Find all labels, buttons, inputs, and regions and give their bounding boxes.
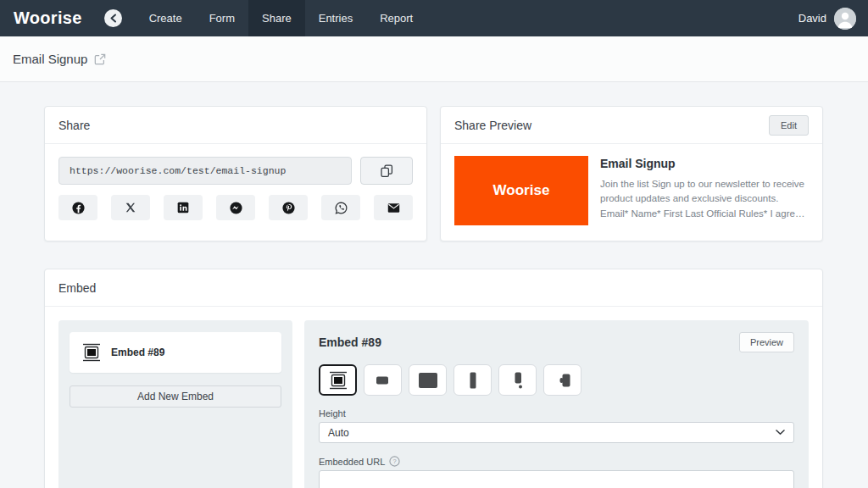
side-panel-embed-icon	[463, 370, 483, 391]
embedded-url-label: Embedded URL	[319, 457, 385, 467]
embed-list-item[interactable]: Embed #89	[70, 332, 281, 373]
embed-list-sidebar: Embed #89 Add New Embed	[58, 320, 292, 488]
linkedin-icon	[176, 201, 190, 214]
height-select-value: Auto	[328, 427, 349, 439]
embed-inline-icon	[81, 342, 102, 363]
nav-item-create[interactable]: Create	[136, 0, 196, 36]
social-share-row	[58, 195, 413, 220]
embed-card: Embed Embed #89 Add New Embed Embed #89 …	[44, 269, 823, 488]
share-messenger-button[interactable]	[216, 195, 255, 220]
nav-item-entries[interactable]: Entries	[305, 0, 366, 36]
preview-image: Woorise	[454, 156, 588, 225]
share-email-button[interactable]	[374, 195, 413, 220]
preview-embed-button[interactable]: Preview	[739, 332, 794, 352]
share-card: Share	[44, 106, 427, 241]
envelope-icon	[387, 201, 401, 215]
preview-description: Join the list Sign up to our newsletter …	[600, 177, 809, 221]
share-x-button[interactable]	[111, 195, 150, 220]
share-url-input[interactable]	[58, 157, 352, 185]
preview-heading: Email Signup	[600, 157, 809, 170]
height-select[interactable]: Auto	[319, 422, 794, 443]
share-card-title: Share	[58, 119, 90, 132]
share-pinterest-button[interactable]	[269, 195, 308, 220]
add-new-embed-button[interactable]: Add New Embed	[70, 385, 281, 408]
embed-type-popup-button[interactable]	[364, 364, 402, 396]
x-twitter-icon	[124, 201, 137, 214]
help-icon[interactable]: ?	[389, 456, 400, 467]
user-name[interactable]: David	[798, 12, 826, 25]
preview-brand-logo: Woorise	[493, 182, 550, 199]
copy-icon	[380, 164, 393, 178]
edit-preview-button[interactable]: Edit	[769, 115, 809, 136]
embedded-url-input[interactable]	[319, 470, 794, 488]
popup-embed-icon	[373, 370, 393, 391]
person-icon	[834, 8, 856, 30]
share-linkedin-button[interactable]	[164, 195, 203, 220]
copy-url-button[interactable]	[360, 157, 413, 185]
embed-type-side-tab-button[interactable]	[543, 364, 581, 396]
embed-type-side-panel-button[interactable]	[453, 364, 492, 396]
page-title: Email Signup	[13, 52, 87, 66]
embed-detail-panel: Embed #89 Preview	[304, 320, 809, 488]
facebook-icon	[71, 201, 86, 215]
inline-embed-icon	[328, 370, 348, 391]
embed-type-fullscreen-button[interactable]	[409, 364, 447, 396]
floating-widget-embed-icon	[508, 370, 528, 391]
share-facebook-button[interactable]	[58, 195, 97, 220]
svg-text:?: ?	[393, 458, 397, 465]
avatar[interactable]	[834, 8, 856, 30]
fullscreen-embed-icon	[417, 370, 439, 391]
height-label: Height	[319, 408, 794, 419]
back-button[interactable]	[104, 9, 122, 27]
nav-item-form[interactable]: Form	[196, 0, 248, 36]
embed-type-inline-button[interactable]	[319, 364, 357, 396]
side-tab-embed-icon	[553, 370, 573, 391]
page-header: Email Signup	[0, 36, 868, 82]
top-navbar: Woorise Create Form Share Entries Report…	[0, 0, 868, 36]
embed-card-title: Embed	[58, 281, 96, 295]
nav-item-share[interactable]: Share	[248, 0, 305, 36]
whatsapp-icon	[334, 201, 348, 215]
pinterest-icon	[281, 201, 296, 215]
woorise-logo[interactable]: Woorise	[14, 8, 82, 28]
share-whatsapp-button[interactable]	[321, 195, 360, 220]
share-preview-title: Share Preview	[454, 119, 531, 132]
share-preview-card: Share Preview Edit Woorise Email Signup …	[440, 106, 823, 241]
nav-item-report[interactable]: Report	[366, 0, 426, 36]
messenger-icon	[229, 201, 243, 215]
external-link-icon[interactable]	[94, 53, 106, 65]
chevron-down-icon	[776, 430, 785, 435]
chevron-left-icon	[109, 14, 117, 23]
embed-type-selector	[319, 364, 794, 396]
embed-list-item-label: Embed #89	[111, 347, 164, 358]
embed-detail-title: Embed #89	[319, 336, 381, 349]
embed-type-floating-widget-button[interactable]	[498, 364, 537, 396]
